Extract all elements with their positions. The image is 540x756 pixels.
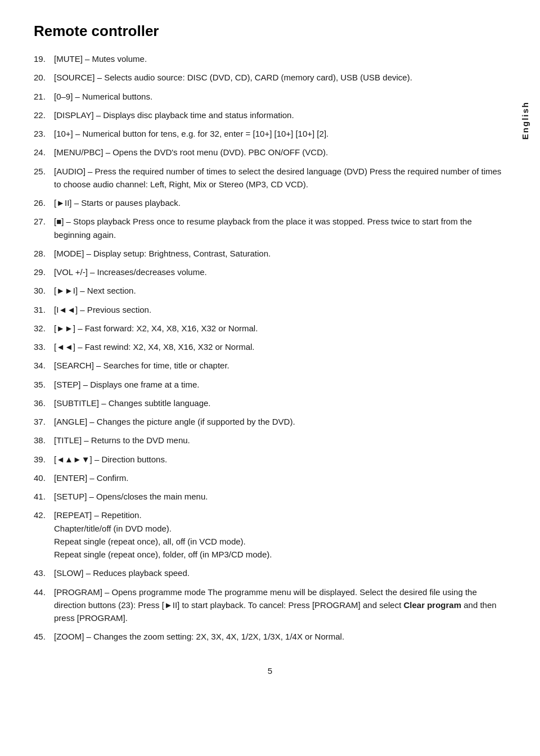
item-number: 22.: [34, 109, 54, 122]
list-item: 27.[■] – Stops playback Press once to re…: [34, 215, 506, 241]
item-number: 45.: [34, 630, 54, 643]
item-text: [0–9] – Numerical buttons.: [54, 90, 506, 103]
item-number: 35.: [34, 378, 54, 391]
item-text: [■] – Stops playback Press once to resum…: [54, 215, 506, 241]
list-item: 33.[◄◄] – Fast rewind: X2, X4, X8, X16, …: [34, 340, 506, 353]
item-text: [MODE] – Display setup: Brightness, Cont…: [54, 247, 506, 260]
item-number: 40.: [34, 471, 54, 484]
item-text: [I◄◄] – Previous section.: [54, 303, 506, 316]
item-number: 43.: [34, 566, 54, 579]
item-number: 24.: [34, 146, 54, 159]
list-item: 40.[ENTER] – Confirm.: [34, 471, 506, 484]
item-number: 23.: [34, 127, 54, 140]
list-item: 43.[SLOW] – Reduces playback speed.: [34, 566, 506, 579]
item-text: [►II] – Starts or pauses playback.: [54, 196, 506, 209]
list-item: 36.[SUBTITLE] – Changes subtitle languag…: [34, 397, 506, 410]
list-item: 26.[►II] – Starts or pauses playback.: [34, 196, 506, 209]
item-text: [SEARCH] – Searches for time, title or c…: [54, 359, 506, 372]
item-text: [►►] – Fast forward: X2, X4, X8, X16, X3…: [54, 322, 506, 335]
item-number: 21.: [34, 90, 54, 103]
item-number: 42.: [34, 508, 54, 561]
list-item: 23.[10+] – Numerical button for tens, e.…: [34, 127, 506, 140]
item-text: [ZOOM] – Changes the zoom setting: 2X, 3…: [54, 630, 506, 643]
page-container: English Remote controller 19.[MUTE] – Mu…: [0, 0, 540, 756]
item-number: 27.: [34, 215, 54, 241]
list-item: 22.[DISPLAY] – Displays disc playback ti…: [34, 109, 506, 122]
page-title: Remote controller: [34, 22, 506, 40]
item-number: 28.: [34, 247, 54, 260]
item-number: 19.: [34, 52, 54, 65]
item-text: [SOURCE] – Selects audio source: DISC (D…: [54, 71, 506, 84]
item-number: 39.: [34, 453, 54, 466]
list-item: 24.[MENU/PBC] – Opens the DVD's root men…: [34, 146, 506, 159]
item-number: 41.: [34, 490, 54, 503]
list-item: 38.[TITLE] – Returns to the DVD menu.: [34, 434, 506, 447]
item-number: 32.: [34, 322, 54, 335]
item-text: [ENTER] – Confirm.: [54, 471, 506, 484]
item-text: [MENU/PBC] – Opens the DVD's root menu (…: [54, 146, 506, 159]
item-text: [►►I] – Next section.: [54, 284, 506, 297]
list-item: 41.[SETUP] – Opens/closes the main menu.: [34, 490, 506, 503]
page-number: 5: [34, 666, 506, 676]
item-number: 44.: [34, 586, 54, 625]
item-number: 33.: [34, 340, 54, 353]
list-item: 20.[SOURCE] – Selects audio source: DISC…: [34, 71, 506, 84]
item-text: [SLOW] – Reduces playback speed.: [54, 566, 506, 579]
content-area: 19.[MUTE] – Mutes volume.20.[SOURCE] – S…: [34, 52, 506, 644]
list-item: 45.[ZOOM] – Changes the zoom setting: 2X…: [34, 630, 506, 643]
list-item: 35.[STEP] – Displays one frame at a time…: [34, 378, 506, 391]
item-number: 31.: [34, 303, 54, 316]
item-text: [SUBTITLE] – Changes subtitle language.: [54, 397, 506, 410]
item-text: [STEP] – Displays one frame at a time.: [54, 378, 506, 391]
item-text: [◄▲►▼] – Direction buttons.: [54, 453, 506, 466]
list-item: 39.[◄▲►▼] – Direction buttons.: [34, 453, 506, 466]
list-item: 32.[►►] – Fast forward: X2, X4, X8, X16,…: [34, 322, 506, 335]
side-label: English: [520, 101, 530, 140]
list-item: 31.[I◄◄] – Previous section.: [34, 303, 506, 316]
item-text: [ANGLE] – Changes the picture angle (if …: [54, 415, 506, 428]
list-item: 25.[AUDIO] – Press the required number o…: [34, 165, 506, 191]
list-item: 29.[VOL +/-] – Increases/decreases volum…: [34, 266, 506, 278]
list-item: 19.[MUTE] – Mutes volume.: [34, 52, 506, 65]
item-number: 36.: [34, 397, 54, 410]
item-number: 34.: [34, 359, 54, 372]
list-item: 28.[MODE] – Display setup: Brightness, C…: [34, 247, 506, 260]
item-text: [◄◄] – Fast rewind: X2, X4, X8, X16, X32…: [54, 340, 506, 353]
item-text: [TITLE] – Returns to the DVD menu.: [54, 434, 506, 447]
item-text: [SETUP] – Opens/closes the main menu.: [54, 490, 506, 503]
item-text: [AUDIO] – Press the required number of t…: [54, 165, 506, 191]
item-text: [DISPLAY] – Displays disc playback time …: [54, 109, 506, 122]
item-text: [REPEAT] – Repetition.Chapter/title/off …: [54, 508, 506, 561]
list-item: 30.[►►I] – Next section.: [34, 284, 506, 297]
item-text: [VOL +/-] – Increases/decreases volume.: [54, 266, 506, 278]
item-number: 37.: [34, 415, 54, 428]
list-item: 37.[ANGLE] – Changes the picture angle (…: [34, 415, 506, 428]
item-text: [10+] – Numerical button for tens, e.g. …: [54, 127, 506, 140]
item-number: 30.: [34, 284, 54, 297]
item-number: 38.: [34, 434, 54, 447]
item-number: 26.: [34, 196, 54, 209]
list-item: 44.[PROGRAM] – Opens programme mode The …: [34, 586, 506, 625]
list-item: 21.[0–9] – Numerical buttons.: [34, 90, 506, 103]
item-text: [MUTE] – Mutes volume.: [54, 52, 506, 65]
item-number: 20.: [34, 71, 54, 84]
list-item: 34.[SEARCH] – Searches for time, title o…: [34, 359, 506, 372]
item-text: [PROGRAM] – Opens programme mode The pro…: [54, 586, 506, 625]
item-number: 25.: [34, 165, 54, 191]
list-item: 42.[REPEAT] – Repetition.Chapter/title/o…: [34, 508, 506, 561]
item-number: 29.: [34, 266, 54, 278]
